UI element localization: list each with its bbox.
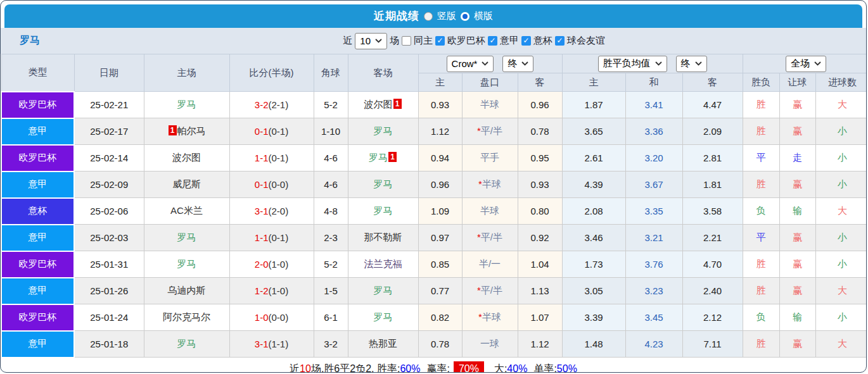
league-checkbox-coppa[interactable] xyxy=(521,36,531,46)
home-team[interactable]: 罗马 xyxy=(144,331,229,358)
avg-draw-odds: 3.20 xyxy=(625,145,682,171)
away-team[interactable]: 罗马 xyxy=(348,171,418,198)
away-team[interactable]: 罗马 xyxy=(348,118,418,145)
goals-outcome: 小 xyxy=(815,225,867,251)
crow-away-odds: 0.96 xyxy=(518,92,562,118)
vertical-layout-label[interactable]: 竖版 xyxy=(437,10,456,22)
match-score: 3-1(2-0) xyxy=(229,198,314,225)
handicap-line: *平/半 xyxy=(462,278,518,304)
avg-time-select[interactable]: 终 xyxy=(676,56,707,72)
away-team-name: 罗马 xyxy=(374,205,393,216)
away-team[interactable]: 热那亚 xyxy=(348,331,418,358)
avg-draw-value: 3.21 xyxy=(644,232,663,243)
away-team[interactable]: 罗马 xyxy=(348,198,418,225)
away-team[interactable]: 法兰克福 xyxy=(348,251,418,278)
halftime-score: (2-1) xyxy=(269,99,289,110)
scope-select-value: 全场 xyxy=(791,58,810,70)
avg-home-odds: 4.39 xyxy=(562,171,625,198)
avg-draw-odds: 3.76 xyxy=(625,251,682,278)
same-home-checkbox[interactable] xyxy=(402,36,411,46)
away-team[interactable]: 罗马 xyxy=(348,278,418,304)
home-team[interactable]: 威尼斯 xyxy=(144,171,229,198)
near-label: 近 xyxy=(343,35,352,47)
league-type-badge: 意甲 xyxy=(1,278,74,304)
league-checkbox-europa[interactable] xyxy=(435,36,445,46)
handicap-text: 半/一 xyxy=(479,258,501,269)
avg-select[interactable]: 胜平负均值 xyxy=(598,56,667,72)
home-team[interactable]: 1帕尔马 xyxy=(144,118,229,145)
handicap-text: 半球 xyxy=(480,205,499,216)
handicap-outcome: 输 xyxy=(779,198,815,225)
bookmaker-select-value: Crow* xyxy=(452,58,478,69)
home-team[interactable]: 罗马 xyxy=(144,251,229,278)
bookmaker-select[interactable]: Crow* xyxy=(447,56,494,72)
corner-score: 2-3 xyxy=(314,225,348,251)
filter-bar: 罗马 近 10 场 同主 欧罗巴杯 意甲 意杯 球会友谊 xyxy=(1,28,866,54)
away-team[interactable]: 波尔图1 xyxy=(348,92,418,118)
home-team-name: 乌迪内斯 xyxy=(168,285,206,296)
handicap-text: 平/半 xyxy=(481,285,502,296)
col-header-result: 胜负 xyxy=(743,73,779,92)
halftime-score: (1-0) xyxy=(269,259,289,270)
home-team[interactable]: 波尔图 xyxy=(144,145,229,171)
away-team[interactable]: 罗马 xyxy=(348,304,418,331)
halftime-score: (0-1) xyxy=(269,232,289,243)
table-row: 意甲25-02-171帕尔马0-1(0-1)1-10罗马1.12*平/半0.78… xyxy=(1,118,867,145)
avg-draw-odds: 3.23 xyxy=(625,278,682,304)
result-outcome: 胜 xyxy=(743,118,779,145)
home-team[interactable]: 乌迪内斯 xyxy=(144,278,229,304)
avg-away-odds: 2.81 xyxy=(682,145,743,171)
league-type-badge: 欧罗巴杯 xyxy=(1,92,74,118)
avg-home-odds: 1.87 xyxy=(562,92,625,118)
home-team[interactable]: AC米兰 xyxy=(144,198,229,225)
away-team[interactable]: 罗马1 xyxy=(348,145,418,171)
fulltime-score: 1-1 xyxy=(255,232,269,243)
away-team[interactable]: 那不勒斯 xyxy=(348,225,418,251)
avg-home-odds: 3.05 xyxy=(562,278,625,304)
near-count-select[interactable]: 10 xyxy=(355,33,387,49)
home-team[interactable]: 罗马 xyxy=(144,92,229,118)
table-row: 欧罗巴杯25-01-24阿尔克马尔1-0(0-0)6-1罗马0.82*半球1.0… xyxy=(1,304,867,331)
league-checkbox-seriea[interactable] xyxy=(488,36,497,46)
handicap-line: *平/半 xyxy=(462,225,518,251)
avg-select-value: 胜平负均值 xyxy=(603,58,651,70)
summary-win-rate: 60% xyxy=(400,363,420,373)
avg-draw-value: 3.36 xyxy=(644,126,663,137)
match-date: 25-02-21 xyxy=(74,92,144,118)
corner-score: 4-6 xyxy=(314,171,348,198)
league-checkbox-friendly[interactable] xyxy=(555,36,565,46)
fulltime-score: 3-2 xyxy=(255,99,269,110)
bookmaker-select-group: Crow* 终 xyxy=(418,54,562,73)
home-team-name: 罗马 xyxy=(177,99,196,109)
halftime-score: (0-1) xyxy=(269,126,289,137)
home-team[interactable]: 罗马 xyxy=(144,225,229,251)
table-row: 意甲25-02-09威尼斯0-1(0-0)4-6罗马0.96*半球0.934.3… xyxy=(1,171,867,198)
corner-score: 1-5 xyxy=(314,278,348,304)
team-name-title[interactable]: 罗马 xyxy=(20,34,40,47)
same-home-label: 同主 xyxy=(414,35,433,47)
result-outcome: 胜 xyxy=(743,331,779,358)
results-table: 类型 日期 主场 比分(半场) 角球 客场 Crow* 终 xyxy=(1,54,867,358)
summary-count: 10 xyxy=(300,363,311,373)
avg-draw-value: 3.20 xyxy=(644,153,663,163)
avg-away-odds: 4.47 xyxy=(682,92,743,118)
scope-select-group: 全场 xyxy=(743,54,867,73)
match-score: 3-2(2-1) xyxy=(229,92,314,118)
crow-away-odds: 0.95 xyxy=(518,145,562,171)
horizontal-layout-label[interactable]: 横版 xyxy=(474,10,493,22)
horizontal-layout-radio[interactable] xyxy=(461,12,469,21)
match-date: 25-02-06 xyxy=(74,198,144,225)
avg-home-odds: 2.08 xyxy=(562,198,625,225)
scope-select[interactable]: 全场 xyxy=(786,56,826,72)
away-team-name: 罗马 xyxy=(374,178,393,189)
avg-away-odds: 2.09 xyxy=(682,118,743,145)
vertical-layout-radio[interactable] xyxy=(424,12,433,21)
corner-score: 4-6 xyxy=(314,145,348,171)
col-header-goals: 进球数 xyxy=(815,73,867,92)
avg-away-odds: 7.11 xyxy=(682,331,743,358)
table-row: 意甲25-01-26乌迪内斯1-2(1-0)1-5罗马0.77*平/半1.133… xyxy=(1,278,867,304)
bookmaker-time-select[interactable]: 终 xyxy=(502,56,533,72)
crow-home-odds: 1.09 xyxy=(418,198,462,225)
chevron-down-icon xyxy=(655,61,662,66)
home-team[interactable]: 阿尔克马尔 xyxy=(144,304,229,331)
